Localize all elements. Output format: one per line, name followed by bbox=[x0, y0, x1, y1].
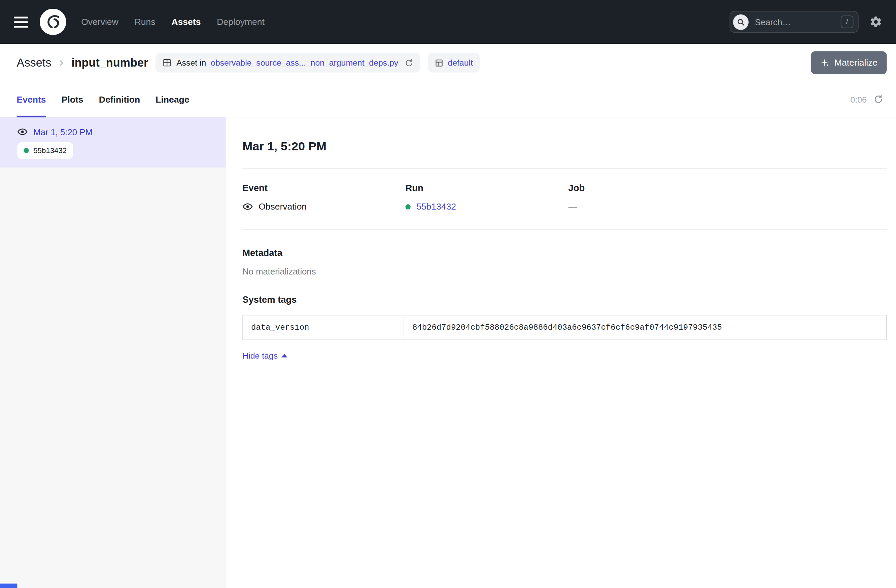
breadcrumb: Assets input_number bbox=[17, 56, 148, 69]
tab-plots[interactable]: Plots bbox=[62, 82, 84, 117]
job-column-label: Job bbox=[568, 183, 731, 193]
system-tags-heading: System tags bbox=[242, 295, 887, 305]
event-item-header: Mar 1, 5:20 PM bbox=[17, 126, 212, 137]
nav-overview[interactable]: Overview bbox=[81, 17, 119, 27]
event-list-item[interactable]: Mar 1, 5:20 PM 55b13432 bbox=[0, 117, 226, 167]
run-column-value: 55b13432 bbox=[405, 202, 568, 212]
tab-events[interactable]: Events bbox=[17, 82, 46, 117]
dagster-logo[interactable] bbox=[40, 9, 66, 35]
chevron-right-icon bbox=[58, 59, 65, 66]
tabs-right-controls: 0:06 bbox=[850, 94, 883, 104]
group-chip[interactable]: default bbox=[428, 53, 480, 72]
content-area: Mar 1, 5:20 PM 55b13432 Mar 1, 5:20 PM E… bbox=[0, 117, 896, 588]
tabs-bar: Events Plots Definition Lineage 0:06 bbox=[0, 82, 896, 117]
event-column-label: Event bbox=[242, 183, 405, 193]
nav-runs[interactable]: Runs bbox=[135, 17, 155, 27]
job-column-value: — bbox=[568, 202, 731, 212]
run-id-link[interactable]: 55b13432 bbox=[416, 202, 456, 212]
group-chip-label[interactable]: default bbox=[448, 58, 473, 67]
materialize-label: Materialize bbox=[834, 58, 878, 68]
asset-location-chip: Asset in observable_source_ass..._non_ar… bbox=[156, 53, 421, 72]
eye-icon bbox=[242, 202, 253, 212]
system-tags-table: data_version 84b26d7d9204cbf588026c8a988… bbox=[242, 315, 887, 340]
asset-definition-file-link[interactable]: observable_source_ass..._non_argument_de… bbox=[211, 58, 398, 67]
run-status-dot bbox=[405, 204, 410, 209]
asset-chip-prefix: Asset in bbox=[176, 58, 206, 67]
event-type-text: Observation bbox=[259, 202, 306, 212]
tab-definition[interactable]: Definition bbox=[99, 82, 140, 117]
settings-gear-icon[interactable] bbox=[869, 15, 882, 28]
main-nav: Overview Runs Assets Deployment bbox=[81, 17, 265, 27]
tag-value-cell: 84b26d7d9204cbf588026c8a9886d403a6c9637c… bbox=[404, 315, 887, 340]
event-detail-panel: Mar 1, 5:20 PM Event Observation bbox=[226, 117, 896, 588]
nav-assets[interactable]: Assets bbox=[171, 17, 201, 27]
job-empty-dash: — bbox=[568, 202, 578, 212]
event-summary-columns: Event Observation Run bbox=[242, 183, 887, 212]
top-nav: Overview Runs Assets Deployment / bbox=[0, 0, 896, 44]
app-root: Overview Runs Assets Deployment / Assets bbox=[0, 0, 896, 588]
divider bbox=[242, 168, 887, 169]
run-id-text: 55b13432 bbox=[34, 146, 67, 155]
hide-tags-link[interactable]: Hide tags bbox=[242, 351, 288, 360]
job-column: Job — bbox=[568, 183, 731, 212]
refresh-icon[interactable] bbox=[873, 94, 883, 104]
breadcrumb-assets-link[interactable]: Assets bbox=[17, 56, 52, 69]
run-status-dot bbox=[24, 148, 29, 153]
search-shortcut-key: / bbox=[841, 15, 853, 28]
event-timestamp: Mar 1, 5:20 PM bbox=[34, 127, 92, 137]
page-header: Assets input_number Asset in observable_… bbox=[0, 44, 896, 82]
materialize-button[interactable]: Materialize bbox=[811, 51, 887, 74]
run-column: Run 55b13432 bbox=[405, 183, 568, 212]
sparkle-icon bbox=[820, 58, 829, 67]
refresh-timer: 0:06 bbox=[850, 94, 866, 103]
tab-lineage[interactable]: Lineage bbox=[155, 82, 189, 117]
event-list-panel: Mar 1, 5:20 PM 55b13432 bbox=[0, 117, 226, 588]
menu-button[interactable] bbox=[14, 17, 28, 27]
eye-icon bbox=[17, 126, 27, 137]
event-column-value: Observation bbox=[242, 202, 405, 212]
divider bbox=[242, 229, 887, 230]
event-detail-title: Mar 1, 5:20 PM bbox=[242, 139, 887, 153]
dagster-logo-icon bbox=[40, 9, 66, 35]
table-grid-icon bbox=[163, 58, 172, 67]
metadata-heading: Metadata bbox=[242, 248, 887, 258]
search-box[interactable]: / bbox=[730, 11, 859, 33]
caret-up-icon bbox=[282, 354, 288, 357]
hide-tags-label: Hide tags bbox=[242, 351, 278, 360]
search-icon bbox=[733, 14, 748, 30]
run-column-label: Run bbox=[405, 183, 568, 193]
bottom-left-accent bbox=[0, 583, 17, 588]
event-column: Event Observation bbox=[242, 183, 405, 212]
tag-key-cell: data_version bbox=[243, 315, 404, 340]
reload-definition-icon[interactable] bbox=[403, 59, 413, 67]
group-grid-icon bbox=[434, 59, 443, 67]
nav-deployment[interactable]: Deployment bbox=[217, 17, 265, 27]
run-id-chip[interactable]: 55b13432 bbox=[17, 142, 73, 159]
search-input[interactable] bbox=[754, 17, 835, 27]
table-row: data_version 84b26d7d9204cbf588026c8a988… bbox=[243, 315, 887, 340]
metadata-empty-text: No materializations bbox=[242, 266, 887, 276]
breadcrumb-current: input_number bbox=[72, 56, 148, 69]
